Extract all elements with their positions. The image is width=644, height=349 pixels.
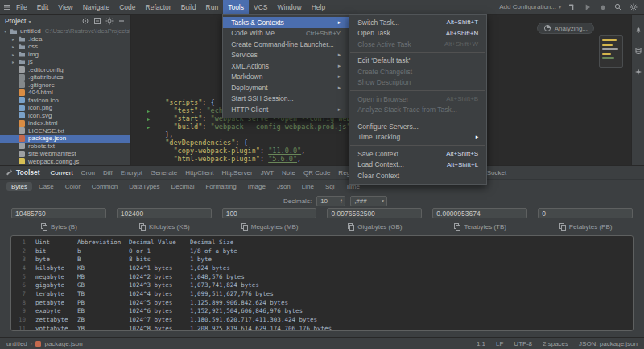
- converter-input-bytes-b[interactable]: 10485760: [11, 208, 106, 218]
- tree-item-webpack-config-js[interactable]: webpack.config.js: [0, 158, 130, 166]
- breadcrumb-project[interactable]: untitled: [6, 340, 27, 347]
- tree-item-site-webmanifest[interactable]: site.webmanifest: [0, 150, 130, 158]
- subtab-line[interactable]: Line: [297, 182, 319, 191]
- collapse-all-icon[interactable]: [93, 17, 101, 25]
- menu-item-create-command-line-launcher[interactable]: Create Command-line Launcher...: [223, 39, 349, 50]
- copy-icon[interactable]: [138, 222, 147, 231]
- menu-item-start-ssh-session[interactable]: Start SSH Session...: [223, 93, 349, 105]
- menu-item-code-with-me[interactable]: Code With Me...Ctrl+Shift+Y: [223, 28, 349, 39]
- spinner-arrows-icon[interactable]: ▴▾: [341, 198, 342, 204]
- menubar-item-vcs[interactable]: VCS: [249, 0, 272, 14]
- menubar-item-build[interactable]: Build: [176, 0, 201, 14]
- hammer-build-icon[interactable]: [568, 3, 576, 11]
- tab-httpserver[interactable]: HttpServer: [217, 166, 256, 179]
- menubar-item-refactor[interactable]: Refactor: [141, 0, 176, 14]
- converter-input-gigabytes-gb[interactable]: 0.0976562500: [327, 208, 422, 218]
- status-widget-2-spaces[interactable]: 2 spaces: [543, 340, 568, 347]
- hamburger-menu-icon[interactable]: [3, 3, 11, 11]
- tab-encrypt[interactable]: Encrypt: [117, 166, 147, 179]
- status-widget-lf[interactable]: LF: [496, 340, 503, 347]
- converter-input-terabytes-tb[interactable]: 0.0000953674: [432, 208, 527, 218]
- table-row[interactable]: 7terabyteTB1024^4 bytes1,099,511,627,776…: [11, 289, 633, 298]
- menu-item-http-client[interactable]: HTTP Client▸: [223, 104, 349, 115]
- tab-jwt[interactable]: JWT: [257, 166, 278, 179]
- tree-item-gitattributes[interactable]: .gitattributes: [0, 73, 130, 81]
- menubar-item-run[interactable]: Run: [201, 0, 224, 14]
- table-row[interactable]: 8petabytePB1024^5 bytes1,125,899,906,842…: [11, 298, 633, 307]
- menu-item-time-tracking[interactable]: Time Tracking▸: [349, 132, 486, 143]
- copy-icon[interactable]: [241, 222, 249, 231]
- tree-item-icon-png[interactable]: icon.png: [0, 104, 130, 112]
- menubar-item-code[interactable]: Code: [114, 0, 140, 14]
- status-widget-1-1[interactable]: 1:1: [477, 340, 485, 347]
- table-row[interactable]: 10zettabyteZB1024^7 bytes1,180,591,620,7…: [11, 315, 633, 324]
- tree-item-css[interactable]: ▸css: [0, 43, 130, 51]
- tree-item-gitignore[interactable]: .gitignore: [0, 81, 130, 89]
- tree-item-license-txt[interactable]: LICENSE.txt: [0, 127, 130, 135]
- menu-item-load-context[interactable]: Load Context...Alt+Shift+L: [349, 160, 486, 171]
- subtab-color[interactable]: Color: [60, 182, 85, 191]
- analyzing-widget[interactable]: Analyzing...: [537, 23, 594, 34]
- menu-item-markdown[interactable]: Markdown▸: [223, 72, 349, 83]
- tree-item-icon-svg[interactable]: icon.svg: [0, 112, 130, 120]
- converter-input-petabytes-pb[interactable]: 0: [538, 208, 633, 218]
- status-widget-json-package-json[interactable]: JSON: package.json: [579, 340, 638, 347]
- tab-generate[interactable]: Generate: [147, 166, 181, 179]
- tab-convert[interactable]: Convert: [47, 166, 77, 179]
- tree-chevron-icon[interactable]: ▸: [12, 36, 18, 42]
- menu-item-switch-task[interactable]: Switch Task...Alt+Shift+T: [349, 17, 486, 28]
- run-line-icon[interactable]: ▶: [147, 108, 150, 114]
- copy-icon[interactable]: [559, 222, 567, 231]
- table-row[interactable]: 2bitb0 or 11/8 of a byte: [11, 247, 633, 256]
- subtab-decimal[interactable]: Decimal: [167, 182, 200, 191]
- notifications-icon[interactable]: [634, 26, 642, 34]
- run-line-icon[interactable]: ▶: [147, 124, 150, 130]
- subtab-common[interactable]: Common: [87, 182, 122, 191]
- tree-item-index-html[interactable]: index.html: [0, 119, 130, 127]
- menu-item-clear-context[interactable]: Clear Context: [349, 170, 486, 181]
- menu-item-deployment[interactable]: Deployment▸: [223, 82, 349, 93]
- menubar-item-help[interactable]: Help: [307, 0, 330, 14]
- ai-assistant-icon[interactable]: [634, 68, 642, 76]
- menubar-item-tools[interactable]: ToolsTasks & Contexts▸Switch Task...Alt+…: [223, 0, 249, 14]
- tree-item-editorconfig[interactable]: .editorconfig: [0, 66, 130, 74]
- add-configuration-button[interactable]: Add Configuration... ▾: [499, 3, 561, 10]
- subtab-bytes[interactable]: Bytes: [6, 182, 32, 191]
- breadcrumb-file[interactable]: package.json: [44, 340, 82, 347]
- tab-cron[interactable]: Cron: [77, 166, 99, 179]
- tab-note[interactable]: Note: [278, 166, 299, 179]
- run-line-icon[interactable]: ▶: [147, 116, 150, 122]
- tree-chevron-icon[interactable]: ▸: [12, 44, 18, 49]
- subtab-sql[interactable]: Sql: [320, 182, 340, 191]
- menubar-item-navigate[interactable]: Navigate: [78, 0, 115, 14]
- menu-item-xml-actions[interactable]: XML Actions▸: [223, 60, 349, 72]
- debug-icon[interactable]: [599, 3, 607, 11]
- tab-qr-code[interactable]: QR Code: [299, 166, 334, 179]
- menubar-item-window[interactable]: Window: [272, 0, 306, 14]
- menu-item-save-context[interactable]: Save ContextAlt+Shift+S: [349, 148, 486, 160]
- settings-icon[interactable]: [630, 3, 638, 11]
- tree-chevron-icon[interactable]: ▸: [12, 52, 18, 57]
- converter-input-megabytes-mb[interactable]: 100: [222, 208, 317, 218]
- menubar-item-file[interactable]: File: [11, 0, 32, 14]
- tab-httpclient[interactable]: HttpClient: [181, 166, 217, 179]
- decimals-spinner[interactable]: 10 ▴▾: [316, 196, 345, 206]
- tree-item-idea[interactable]: ▸.idea: [0, 35, 130, 44]
- project-panel-title[interactable]: Project: [5, 17, 26, 25]
- tree-item-js[interactable]: ▸js: [0, 58, 130, 66]
- table-row[interactable]: 9exabyteEB1024^6 bytes1,152,921,504,606,…: [11, 307, 633, 316]
- table-row[interactable]: 3byteB8 bits1 byte: [11, 255, 633, 264]
- menu-item-edit-default-task[interactable]: Edit 'Default task': [349, 56, 486, 67]
- menu-item-tasks-contexts[interactable]: Tasks & Contexts▸Switch Task...Alt+Shift…: [223, 17, 349, 28]
- table-row[interactable]: 6gigabyteGB1024^3 bytes1,073,741,824 byt…: [11, 280, 633, 289]
- copy-icon[interactable]: [347, 222, 355, 231]
- hide-panel-icon[interactable]: [118, 17, 126, 25]
- format-combobox[interactable]: ,### ▾: [350, 196, 387, 206]
- tree-item-package-json[interactable]: package.json: [0, 135, 130, 143]
- tree-item-img[interactable]: ▸img: [0, 51, 130, 59]
- locate-file-icon[interactable]: [81, 17, 89, 25]
- subtab-datatypes[interactable]: DataTypes: [124, 182, 164, 191]
- menu-item-services[interactable]: Services▸: [223, 50, 349, 61]
- subtab-case[interactable]: Case: [34, 182, 59, 191]
- database-icon[interactable]: [634, 47, 642, 55]
